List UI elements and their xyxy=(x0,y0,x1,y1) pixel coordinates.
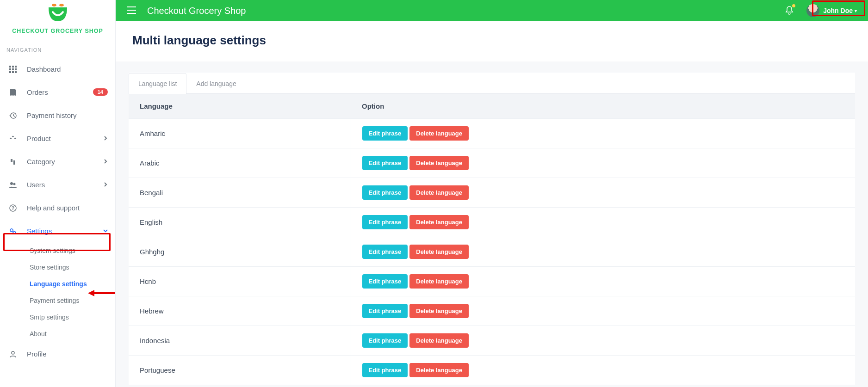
col-option: Option xyxy=(351,94,855,119)
table-row: PortugueseEdit phraseDelete language xyxy=(129,356,855,385)
edit-phrase-button[interactable]: Edit phrase xyxy=(362,156,408,170)
edit-phrase-button[interactable]: Edit phrase xyxy=(362,185,408,200)
sidebar-item-dashboard[interactable]: Dashboard xyxy=(0,57,115,80)
sidebar-item-profile[interactable]: Profile xyxy=(0,342,115,365)
subnav-store-settings[interactable]: Store settings xyxy=(30,259,115,276)
svg-rect-7 xyxy=(15,68,17,70)
hamburger-icon[interactable] xyxy=(127,6,136,16)
book-icon xyxy=(7,88,19,96)
option-cell: Edit phraseDelete language xyxy=(351,178,855,208)
svg-text:?: ? xyxy=(12,206,14,211)
avatar xyxy=(806,4,819,17)
sidebar-item-help[interactable]: ? Help and support xyxy=(0,196,115,219)
edit-phrase-button[interactable]: Edit phrase xyxy=(362,363,408,377)
user-menu[interactable]: John Doe ▾ xyxy=(806,4,857,17)
svg-point-1 xyxy=(59,4,64,6)
language-cell: Bengali xyxy=(129,178,351,208)
brand-block: CHECKOUT GROCERY SHOP xyxy=(0,0,115,39)
sidebar-item-orders[interactable]: Orders 14 xyxy=(0,80,115,104)
edit-phrase-button[interactable]: Edit phrase xyxy=(362,126,408,141)
caret-down-icon: ▾ xyxy=(855,8,857,13)
svg-point-12 xyxy=(10,182,13,185)
language-cell: Arabic xyxy=(129,148,351,178)
notification-dot-icon xyxy=(792,4,795,7)
orders-badge: 14 xyxy=(93,88,108,96)
svg-rect-2 xyxy=(9,66,11,68)
subnav-payment-settings[interactable]: Payment settings xyxy=(30,292,115,309)
chevron-down-icon xyxy=(103,227,108,234)
subnav-smtp-settings[interactable]: Smtp settings xyxy=(30,309,115,326)
subnav-about[interactable]: About xyxy=(30,326,115,342)
nav-heading: NAVIGATION xyxy=(0,39,115,57)
tab-add-language[interactable]: Add language xyxy=(186,73,246,94)
sidebar-item-label: Product xyxy=(27,135,103,142)
sidebar-item-payment-history[interactable]: Payment history xyxy=(0,104,115,127)
page-header: Multi language settings xyxy=(116,21,868,61)
option-cell: Edit phraseDelete language xyxy=(351,148,855,178)
svg-point-16 xyxy=(10,229,13,232)
tab-language-list[interactable]: Language list xyxy=(129,73,186,94)
svg-rect-6 xyxy=(12,68,14,70)
question-icon: ? xyxy=(7,203,19,211)
table-row: IndonesiaEdit phraseDelete language xyxy=(129,326,855,356)
sidebar-item-label: Profile xyxy=(27,350,108,358)
delete-language-button[interactable]: Delete language xyxy=(409,304,469,318)
language-cell: Indonesia xyxy=(129,326,351,356)
chevron-right-icon xyxy=(103,158,108,165)
svg-rect-10 xyxy=(15,71,17,73)
language-cell: Hcnb xyxy=(129,267,351,296)
delete-language-button[interactable]: Delete language xyxy=(409,215,469,229)
delete-language-button[interactable]: Delete language xyxy=(409,245,469,259)
sidebar-item-users[interactable]: Users xyxy=(0,173,115,196)
sidebar-item-product[interactable]: Product xyxy=(0,127,115,150)
subnav-language-settings[interactable]: Language settings xyxy=(30,276,115,292)
svg-rect-8 xyxy=(9,71,11,73)
table-row: GhhghgEdit phraseDelete language xyxy=(129,237,855,267)
language-card: Language list Add language Language Opti… xyxy=(129,73,855,385)
subnav-system-settings[interactable]: System settings xyxy=(30,242,115,259)
edit-phrase-button[interactable]: Edit phrase xyxy=(362,333,408,348)
username: John Doe xyxy=(823,7,853,14)
sidebar-item-category[interactable]: Category xyxy=(0,150,115,173)
delete-language-button[interactable]: Delete language xyxy=(409,156,469,170)
svg-rect-20 xyxy=(127,10,136,11)
delete-language-button[interactable]: Delete language xyxy=(409,363,469,377)
notification-bell[interactable] xyxy=(785,6,794,16)
language-table: Language Option AmharicEdit phraseDelete… xyxy=(129,94,855,385)
svg-rect-5 xyxy=(9,68,11,70)
edit-phrase-button[interactable]: Edit phrase xyxy=(362,304,408,318)
svg-rect-9 xyxy=(12,71,14,73)
history-icon xyxy=(7,111,19,119)
option-cell: Edit phraseDelete language xyxy=(351,119,855,148)
table-row: BengaliEdit phraseDelete language xyxy=(129,178,855,208)
delete-language-button[interactable]: Delete language xyxy=(409,333,469,348)
option-cell: Edit phraseDelete language xyxy=(351,356,855,385)
sidebar-item-label: Users xyxy=(27,181,103,189)
category-icon xyxy=(7,157,19,165)
table-row: HebrewEdit phraseDelete language xyxy=(129,296,855,326)
users-icon xyxy=(7,180,19,188)
svg-point-13 xyxy=(13,183,16,185)
edit-phrase-button[interactable]: Edit phrase xyxy=(362,215,408,229)
sidebar-item-settings[interactable]: Settings xyxy=(0,219,115,242)
delete-language-button[interactable]: Delete language xyxy=(409,126,469,141)
language-cell: English xyxy=(129,208,351,237)
option-cell: Edit phraseDelete language xyxy=(351,326,855,356)
language-cell: Amharic xyxy=(129,119,351,148)
delete-language-button[interactable]: Delete language xyxy=(409,274,469,289)
edit-phrase-button[interactable]: Edit phrase xyxy=(362,274,408,289)
svg-point-17 xyxy=(13,231,16,233)
option-cell: Edit phraseDelete language xyxy=(351,296,855,326)
edit-phrase-button[interactable]: Edit phrase xyxy=(362,245,408,259)
sidebar-item-label: Payment history xyxy=(27,111,108,119)
delete-language-button[interactable]: Delete language xyxy=(409,185,469,200)
sidebar: CHECKOUT GROCERY SHOP NAVIGATION Dashboa… xyxy=(0,0,116,387)
language-cell: Ghhghg xyxy=(129,237,351,267)
cogs-icon xyxy=(7,227,19,234)
table-row: HcnbEdit phraseDelete language xyxy=(129,267,855,296)
main: Multi language settings Language list Ad… xyxy=(116,21,868,387)
svg-rect-19 xyxy=(127,6,136,7)
grid-icon xyxy=(7,65,19,73)
app-title: Checkout Grocery Shop xyxy=(147,6,785,16)
tabs: Language list Add language xyxy=(129,73,855,94)
